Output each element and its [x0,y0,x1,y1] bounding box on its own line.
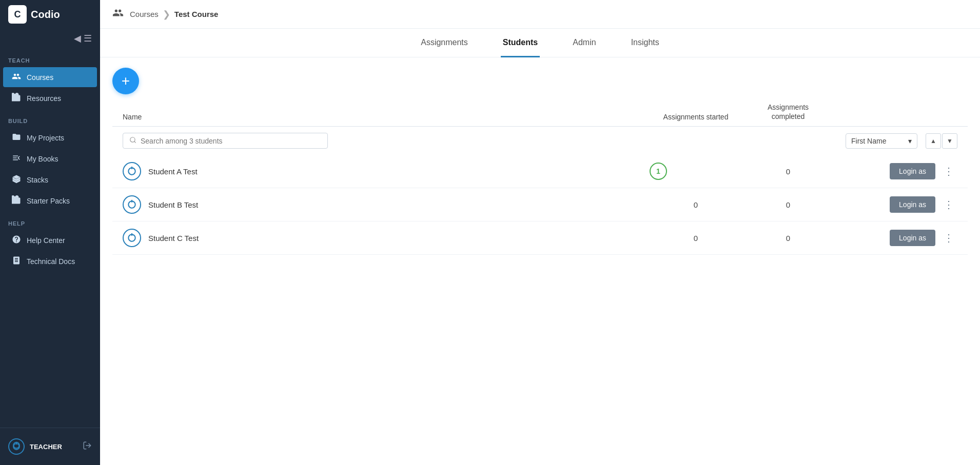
sidebar-item-starter-packs[interactable]: Starter Packs [3,191,97,211]
student-avatar-a [123,162,141,180]
student-avatar-b [123,195,141,214]
hamburger-icon[interactable]: ◀ ☰ [74,33,92,44]
logout-icon[interactable] [83,441,92,452]
help-section-label: HELP [0,211,100,230]
sidebar-stacks-label: Stacks [27,176,48,184]
table-row: Student C Test 0 0 Login as ⋮ [112,221,968,255]
student-c-actions: Login as ⋮ [834,230,957,246]
sidebar-item-stacks[interactable]: Stacks [3,170,97,190]
student-a-started: 1 [650,163,742,180]
top-bar: Courses ❯ Test Course [100,0,980,29]
sidebar-helpcenter-label: Help Center [27,236,65,245]
sidebar-toggle[interactable]: ◀ ☰ [0,29,100,48]
sidebar-starterpacks-label: Starter Packs [27,197,70,205]
student-a-actions: Login as ⋮ [834,163,957,179]
tab-admin[interactable]: Admin [571,29,598,57]
breadcrumb-separator: ❯ [163,9,170,20]
logo-text: Codio [31,9,60,21]
sort-desc-button[interactable]: ▼ [942,133,957,149]
resources-icon [11,93,22,104]
add-student-button[interactable]: + [112,68,139,94]
student-b-started: 0 [650,200,742,209]
search-input[interactable] [141,137,321,145]
search-box[interactable] [123,133,328,149]
login-as-button-b[interactable]: Login as [890,196,935,213]
sidebar-user-area: TEACHER [0,433,100,460]
breadcrumb-current-course: Test Course [174,10,219,18]
chevron-down-icon: ▾ [908,137,912,145]
tab-students[interactable]: Students [501,29,540,57]
technical-docs-icon [11,256,22,267]
my-books-icon [11,153,22,164]
people-icon [112,7,124,21]
table-row: Student B Test 0 0 Login as ⋮ [112,188,968,221]
teach-section-label: TEACH [0,48,100,67]
sidebar-item-courses[interactable]: Courses [3,67,97,87]
sidebar-item-help-center[interactable]: Help Center [3,230,97,250]
student-b-completed: 0 [742,200,834,209]
search-icon [129,136,136,145]
courses-icon [11,72,22,83]
col-completed-header: Assignmentscompleted [742,103,834,121]
students-table: Name Assignments started Assignmentscomp… [112,103,968,255]
login-as-button-c[interactable]: Login as [890,230,935,246]
sidebar: C Codio ◀ ☰ TEACH Courses Resources BUIL… [0,0,100,465]
breadcrumb-courses-link[interactable]: Courses [130,10,159,18]
sidebar-item-my-projects[interactable]: My Projects [3,128,97,148]
course-tabs: Assignments Students Admin Insights [100,29,980,57]
user-name-label: TEACHER [30,443,77,451]
col-name-header: Name [123,113,650,121]
student-name-b: Student B Test [148,200,650,209]
sidebar-item-my-books[interactable]: My Books [3,149,97,169]
more-options-button-c[interactable]: ⋮ [940,230,957,246]
badge-circle-a: 1 [650,163,667,180]
sidebar-myprojects-label: My Projects [27,134,64,142]
student-a-completed: 0 [742,167,834,176]
table-row: Student A Test 1 0 Login as ⋮ [112,155,968,188]
sort-label: First Name [851,137,886,145]
students-content: + Name Assignments started Assignmentsco… [100,57,980,465]
sidebar-item-technical-docs[interactable]: Technical Docs [3,251,97,271]
build-section-label: BUILD [0,109,100,127]
sidebar-mybooks-label: My Books [27,155,58,163]
more-options-button-b[interactable]: ⋮ [940,196,957,213]
sidebar-bottom: TEACHER [0,428,100,465]
sort-asc-button[interactable]: ▲ [926,133,941,149]
main-content: Courses ❯ Test Course Assignments Studen… [100,0,980,465]
more-options-button-a[interactable]: ⋮ [940,163,957,179]
tab-assignments[interactable]: Assignments [419,29,470,57]
logo-icon: C [8,5,27,24]
student-c-completed: 0 [742,234,834,242]
filter-row: First Name ▾ ▲ ▼ [112,127,968,155]
sidebar-technicaldocs-label: Technical Docs [27,257,75,266]
user-power-icon [8,438,25,455]
my-projects-icon [11,132,22,143]
student-name-c: Student C Test [148,234,650,242]
login-as-button-a[interactable]: Login as [890,163,935,179]
tab-insights[interactable]: Insights [629,29,661,57]
sidebar-item-resources[interactable]: Resources [3,88,97,108]
table-header: Name Assignments started Assignmentscomp… [112,103,968,127]
student-b-actions: Login as ⋮ [834,196,957,213]
sort-select[interactable]: First Name ▾ [846,133,917,149]
logo-area: C Codio [0,0,100,29]
student-name-a: Student A Test [148,167,650,176]
sort-arrows: ▲ ▼ [926,133,957,149]
plus-icon: + [122,73,130,89]
stacks-icon [11,174,22,185]
sidebar-courses-label: Courses [27,73,53,82]
breadcrumb: Courses ❯ Test Course [130,9,218,20]
starter-packs-icon [11,195,22,206]
help-center-icon [11,235,22,246]
sidebar-resources-label: Resources [27,94,61,103]
student-c-started: 0 [650,234,742,242]
student-avatar-c [123,229,141,247]
col-started-header: Assignments started [650,113,742,121]
